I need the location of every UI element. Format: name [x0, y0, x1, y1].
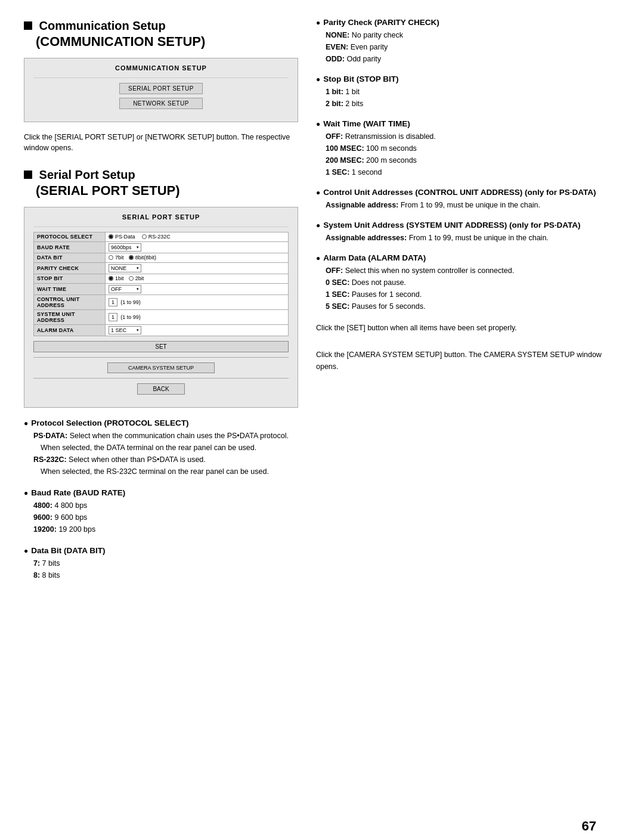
comm-intro-text: Click the [SERIAL PORT SETUP] or [NETWOR… [24, 132, 298, 154]
radio-7bit[interactable] [109, 255, 113, 260]
comm-setup-title: Communication Setup (COMMUNICATION SETUP… [24, 18, 298, 51]
comm-ui-box-title: COMMUNICATION SETUP [33, 64, 289, 72]
system-addr-input[interactable]: 1 [109, 313, 117, 321]
row-label: SYSTEM UNIT ADDRESS [34, 309, 106, 324]
table-row: BAUD RATE 9600bps▾ [34, 241, 289, 253]
radio-8bit[interactable] [129, 255, 134, 260]
stop-bit-section: Stop Bit (STOP BIT) 1 bit: 1 bit 2 bit: … [316, 75, 620, 110]
section-square-icon [24, 21, 32, 30]
bottom-note-1: Click the [SET] button when all items ha… [316, 322, 620, 334]
wait-time-select[interactable]: OFF▾ [109, 285, 141, 293]
baud-rate-content: 4800: 4 800 bps 9600: 9 600 bps 19200: 1… [24, 500, 298, 535]
comm-setup-ui-box: COMMUNICATION SETUP SERIAL PORT SETUP NE… [24, 58, 298, 122]
table-row: ALARM DATA 1 SEC▾ [34, 324, 289, 336]
row-label: DATA BIT [34, 253, 106, 262]
row-value: 1bit 2bit [106, 274, 289, 283]
system-unit-addr-section: System Unit Address (SYSTEM UNIT ADDRESS… [316, 221, 620, 244]
serial-setup-title: Serial Port Setup (SERIAL PORT SETUP) [24, 167, 298, 200]
serial-ui-box-title: SERIAL PORT SETUP [33, 213, 289, 221]
row-value: PS·Data RS-232C [106, 232, 289, 241]
protocol-content: PS·DATA: Select when the communication c… [24, 430, 298, 478]
row-label: PROTOCOL SELECT [34, 232, 106, 241]
protocol-section: Protocol Selection (PROTOCOL SELECT) PS·… [24, 418, 298, 478]
protocol-heading: Protocol Selection (PROTOCOL SELECT) [24, 418, 298, 427]
alarm-data-section: Alarm Data (ALARM DATA) OFF: Select this… [316, 253, 620, 312]
system-unit-addr-heading: System Unit Address (SYSTEM UNIT ADDRESS… [316, 221, 620, 230]
table-row: CONTROL UNIT ADDRESS 1 (1 to 99) [34, 294, 289, 309]
stop-bit-heading: Stop Bit (STOP BIT) [316, 75, 620, 83]
alarm-data-content: OFF: Select this when no system controll… [316, 265, 620, 312]
set-button[interactable]: SET [33, 341, 289, 352]
table-row: WAIT TIME OFF▾ [34, 283, 289, 294]
parity-check-heading: Parity Check (PARITY CHECK) [316, 18, 620, 27]
row-label: CONTROL UNIT ADDRESS [34, 294, 106, 309]
radio-rs232c[interactable] [142, 234, 147, 239]
parity-check-content: NONE: No parity check EVEN: Even parity … [316, 29, 620, 65]
row-value: 7bit 8bit(8bit) [106, 253, 289, 262]
table-row: PARITY CHECK NONE▾ [34, 262, 289, 274]
control-unit-addr-content: Assignable address: From 1 to 99, must b… [316, 199, 620, 211]
row-value: 1 (1 to 99) [106, 294, 289, 309]
row-label: ALARM DATA [34, 324, 106, 336]
divider [33, 357, 289, 358]
table-row: DATA BIT 7bit 8bit(8bit) [34, 253, 289, 262]
baud-rate-select[interactable]: 9600bps▾ [109, 243, 141, 252]
row-value: 1 (1 to 99) [106, 309, 289, 324]
divider2 [33, 378, 289, 379]
network-setup-btn[interactable]: NETWORK SETUP [119, 98, 203, 109]
back-button[interactable]: BACK [137, 383, 185, 395]
wait-time-heading: Wait Time (WAIT TIME) [316, 119, 620, 128]
row-label: WAIT TIME [34, 283, 106, 294]
row-value: NONE▾ [106, 262, 289, 274]
row-value: 1 SEC▾ [106, 324, 289, 336]
row-label: STOP BIT [34, 274, 106, 283]
radio-2bit[interactable] [129, 276, 134, 281]
data-bit-heading: Data Bit (DATA BIT) [24, 546, 298, 555]
row-value: 9600bps▾ [106, 241, 289, 253]
bullet-sections-left: Protocol Selection (PROTOCOL SELECT) PS·… [24, 418, 298, 581]
data-bit-content: 7: 7 bits 8: 8 bits [24, 557, 298, 581]
system-unit-addr-content: Assignable addresses: From 1 to 99, must… [316, 232, 620, 244]
stop-bit-content: 1 bit: 1 bit 2 bit: 2 bits [316, 86, 620, 110]
control-unit-addr-section: Control Unit Addresses (CONTROL UNIT ADD… [316, 188, 620, 211]
baud-rate-section: Baud Rate (BAUD RATE) 4800: 4 800 bps 96… [24, 488, 298, 535]
serial-form-table: PROTOCOL SELECT PS·Data RS-232C [33, 232, 289, 336]
table-row: STOP BIT 1bit 2bit [34, 274, 289, 283]
table-row: SYSTEM UNIT ADDRESS 1 (1 to 99) [34, 309, 289, 324]
section-square-icon2 [24, 170, 32, 179]
wait-time-section: Wait Time (WAIT TIME) OFF: Retransmissio… [316, 119, 620, 178]
control-addr-input[interactable]: 1 [109, 298, 117, 306]
camera-system-setup-btn[interactable]: CAMERA SYSTEM SETUP [107, 362, 215, 373]
bottom-note-2: Click the [CAMERA SYSTEM SETUP] button. … [316, 349, 620, 373]
row-label: PARITY CHECK [34, 262, 106, 274]
radio-ps-data[interactable] [109, 234, 113, 239]
parity-check-section: Parity Check (PARITY CHECK) NONE: No par… [316, 18, 620, 65]
serial-port-setup-btn[interactable]: SERIAL PORT SETUP [119, 83, 203, 94]
data-bit-section: Data Bit (DATA BIT) 7: 7 bits 8: 8 bits [24, 546, 298, 581]
control-unit-addr-heading: Control Unit Addresses (CONTROL UNIT ADD… [316, 188, 620, 197]
comm-setup-section: Communication Setup (COMMUNICATION SETUP… [24, 18, 298, 154]
table-row: PROTOCOL SELECT PS·Data RS-232C [34, 232, 289, 241]
baud-rate-heading: Baud Rate (BAUD RATE) [24, 488, 298, 497]
serial-setup-section: Serial Port Setup (SERIAL PORT SETUP) SE… [24, 167, 298, 408]
alarm-data-heading: Alarm Data (ALARM DATA) [316, 253, 620, 262]
page-number: 67 [582, 819, 596, 834]
serial-ui-box: SERIAL PORT SETUP PROTOCOL SELECT PS·Dat… [24, 207, 298, 408]
row-label: BAUD RATE [34, 241, 106, 253]
radio-1bit[interactable] [109, 276, 113, 281]
parity-check-select[interactable]: NONE▾ [109, 264, 141, 272]
row-value: OFF▾ [106, 283, 289, 294]
wait-time-content: OFF: Retransmission is disabled. 100 MSE… [316, 131, 620, 178]
alarm-data-select[interactable]: 1 SEC▾ [109, 326, 141, 334]
